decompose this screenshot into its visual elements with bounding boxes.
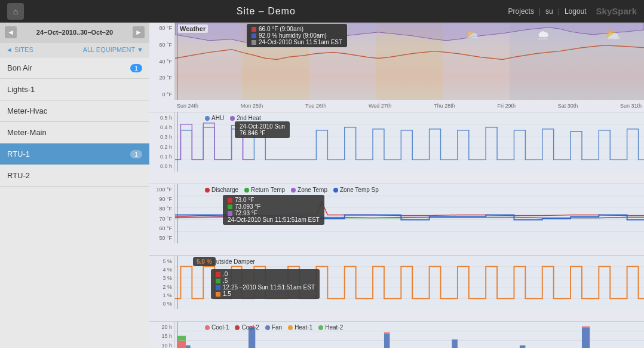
temp-y-labels: 100 °F 90 °F 80 °F 70 °F 60 °F 50 °F (149, 184, 174, 243)
site-title: Site – Demo (237, 6, 296, 17)
projects-link[interactable]: Projects (508, 7, 534, 16)
svg-rect-25 (452, 340, 457, 348)
sidebar-item-rtu-2[interactable]: RTU-2 (0, 165, 149, 187)
svg-rect-26 (520, 346, 525, 349)
sites-link[interactable]: SITES (6, 46, 33, 53)
temp-chart-area: Discharge Return Temp Zone Temp Zone Tem… (174, 184, 644, 243)
ahu-chart: 0.5 h 0.4 h 0.3 h 0.2 h 0.1 h 0.0 h (149, 112, 644, 184)
weather-chart: 80 °F 60 °F 40 °F 20 °F 0 °F (149, 23, 644, 112)
svg-marker-0 (175, 23, 644, 47)
brand-label: SkySpark (596, 6, 637, 16)
damper-y-labels: 5 % 4 % 3 % 2 % 1 % 0 % (149, 256, 174, 309)
weather-chart-area: ⛅ 🌧 ⛅ Weather 66.0 °F (9:00am) 92.0 % hu… (174, 23, 644, 100)
header: ⌂ Site – Demo Projects | su | Logout Sky… (0, 0, 644, 23)
next-date-button[interactable]: ► (133, 26, 145, 38)
temp-legend: Discharge Return Temp Zone Temp Zone Tem… (205, 187, 638, 193)
ahu-chart-area: AHU 2nd Heat 24-Oct-2010 Sun 76.846 °F (174, 112, 644, 172)
ahu-y-labels: 0.5 h 0.4 h 0.3 h 0.2 h 0.1 h 0.0 h (149, 112, 174, 172)
temp-chart: 100 °F 90 °F 80 °F 70 °F 60 °F 50 °F (149, 184, 644, 256)
prev-date-button[interactable]: ◄ (5, 26, 17, 38)
date-nav: ◄ 24–Oct–2010..30–Oct–20 ► (0, 23, 149, 42)
weather-icon-1: ⛅ (605, 28, 621, 43)
damper-chart-area: Outside Damper 5.0 % .0 .5 12.25 –2010 S… (174, 256, 644, 309)
weather-y-labels: 80 °F 60 °F 40 °F 20 °F 0 °F (149, 23, 174, 100)
svg-rect-18 (177, 336, 186, 341)
sidebar: ◄ 24–Oct–2010..30–Oct–20 ► SITES ALL EQU… (0, 23, 149, 348)
sidebar-items: Bon Air1Lights-1Meter-HvacMeter-MainRTU-… (0, 57, 149, 187)
weather-icon-3: ⛅ (465, 28, 480, 42)
layout: ◄ 24–Oct–2010..30–Oct–20 ► SITES ALL EQU… (0, 23, 644, 348)
sidebar-item-lights-1[interactable]: Lights-1 (0, 79, 149, 100)
hours-y-labels: 20 h 15 h 10 h 5 h 0 h (149, 322, 174, 348)
sidebar-item-meter-hvac[interactable]: Meter-Hvac (0, 100, 149, 122)
damper-legend: Outside Damper (205, 258, 638, 265)
all-equipment-link[interactable]: ALL EQUIPMENT (83, 46, 143, 53)
hours-chart: 20 h 15 h 10 h 5 h 0 h (149, 322, 644, 348)
weather-icon-2: 🌧 (537, 28, 550, 43)
svg-rect-17 (177, 341, 186, 348)
ahu-legend: AHU 2nd Heat (205, 115, 638, 121)
main-content: 80 °F 60 °F 40 °F 20 °F 0 °F (149, 23, 644, 348)
date-range: 24–Oct–2010..30–Oct–20 (36, 29, 113, 36)
header-nav: Projects | su | Logout SkySpark (508, 6, 637, 16)
damper-chart: 5 % 4 % 3 % 2 % 1 % 0 % O (149, 256, 644, 322)
home-icon[interactable]: ⌂ (7, 3, 24, 20)
sidebar-item-meter-main[interactable]: Meter-Main (0, 122, 149, 144)
hours-chart-area: Cool-1 Cool-2 Fan Heat-1 Heat-2 24-Oct-2… (174, 322, 644, 348)
sidebar-item-rtu-1[interactable]: RTU-11 (0, 144, 149, 165)
weather-title: Weather (177, 25, 208, 33)
svg-rect-19 (186, 346, 191, 349)
su-link[interactable]: su (545, 7, 553, 16)
svg-rect-24 (384, 332, 390, 334)
sidebar-item-bon-air[interactable]: Bon Air1 (0, 57, 149, 79)
hours-legend: Cool-1 Cool-2 Fan Heat-1 Heat-2 (205, 324, 638, 331)
svg-rect-23 (384, 334, 390, 348)
weather-x-labels: Sun 24th Mon 25th Tue 26th Wed 27th Thu … (174, 100, 644, 112)
weather-svg (175, 23, 644, 100)
sidebar-header: SITES ALL EQUIPMENT (0, 42, 149, 57)
logout-link[interactable]: Logout (565, 7, 587, 16)
